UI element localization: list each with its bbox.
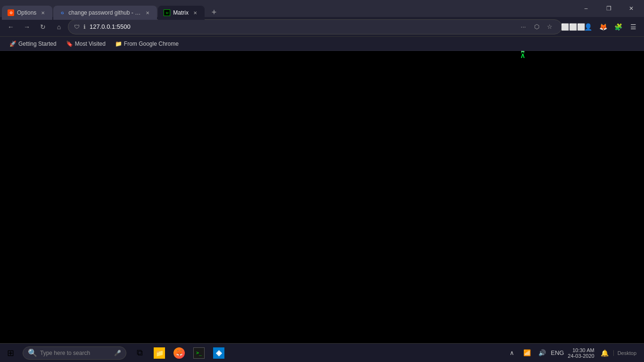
terminal-button[interactable]: >_ xyxy=(190,344,208,362)
title-bar: ⚙ Options ✕ G change password github - G… xyxy=(0,0,644,17)
desktop-label: Desktop xyxy=(618,350,636,356)
tab-matrix-close[interactable]: ✕ xyxy=(191,9,199,16)
tab-google-close[interactable]: ✕ xyxy=(144,9,151,16)
pocket-button[interactable]: ⬡ xyxy=(530,21,543,33)
matrix-canvas xyxy=(0,51,644,343)
back-button[interactable]: ← xyxy=(4,20,18,34)
info-icon: ℹ xyxy=(83,24,86,30)
bookmark-from-chrome[interactable]: 📁 From Google Chrome xyxy=(111,40,182,48)
tab-options[interactable]: ⚙ Options ✕ xyxy=(2,6,52,20)
tabs-container: ⚙ Options ✕ G change password github - G… xyxy=(2,0,571,17)
browser-toolbar: ⬜⬜⬜ 👤 🦊 🧩 ☰ xyxy=(566,20,640,34)
tab-google[interactable]: G change password github - Goo... ✕ xyxy=(53,6,157,20)
bookmark-most-visited-icon: 🔖 xyxy=(66,41,73,47)
firefox-brand-icon[interactable]: 🦊 xyxy=(596,20,610,34)
more-dots-button[interactable]: ··· xyxy=(517,21,529,33)
bookmark-getting-started-icon: 🚀 xyxy=(9,41,17,47)
show-desktop-button[interactable]: Desktop xyxy=(613,350,640,356)
bookmarks-bar: 🚀 Getting Started 🔖 Most Visited 📁 From … xyxy=(0,37,644,51)
file-manager-icon: 📁 xyxy=(154,347,165,359)
options-favicon: ⚙ xyxy=(8,9,14,16)
window-controls: – ❐ ✕ xyxy=(575,0,642,17)
reload-icon: ↻ xyxy=(40,23,46,31)
tab-google-title: change password github - Goo... xyxy=(68,9,141,16)
clock[interactable]: 10:30 AM 24-03-2020 xyxy=(566,347,596,359)
reload-button[interactable]: ↻ xyxy=(36,20,50,34)
start-button[interactable]: ⊞ xyxy=(0,344,21,362)
clock-date: 24-03-2020 xyxy=(568,353,594,359)
vscode-button[interactable]: ◈ xyxy=(209,344,228,362)
file-manager-button[interactable]: 📁 xyxy=(150,344,169,362)
google-favicon: G xyxy=(59,9,66,16)
extension-icon[interactable]: 🧩 xyxy=(611,20,625,34)
home-icon: ⌂ xyxy=(57,23,61,31)
new-tab-button[interactable]: + xyxy=(207,6,221,19)
system-tray: ∧ 📶 🔊 ENG 10:30 AM 24-03-2020 🔔 Desktop xyxy=(502,346,644,360)
vscode-icon: ◈ xyxy=(213,347,224,359)
bookmark-from-chrome-icon: 📁 xyxy=(115,41,122,47)
maximize-button[interactable]: ❐ xyxy=(598,0,619,17)
minimize-button[interactable]: – xyxy=(575,0,597,17)
network-icon[interactable]: 📶 xyxy=(520,346,534,360)
close-button[interactable]: ✕ xyxy=(620,0,642,17)
bookmark-most-visited[interactable]: 🔖 Most Visited xyxy=(62,40,109,48)
microphone-icon: 🎤 xyxy=(114,350,121,356)
bookmark-from-chrome-label: From Google Chrome xyxy=(124,41,179,47)
navigation-bar: ← → ↻ ⌂ 🛡 ℹ ··· ⬡ ☆ ⬜⬜⬜ 👤 🦊 🧩 ☰ xyxy=(0,17,644,37)
clock-time: 10:30 AM xyxy=(572,347,594,353)
extension-slots-icon[interactable]: ⬜⬜⬜ xyxy=(566,20,580,34)
bookmark-getting-started-label: Getting Started xyxy=(18,41,57,47)
firefox-app-icon: 🦊 xyxy=(173,347,185,359)
taskbar: ⊞ 🔍 Type here to search 🎤 ⧉ 📁 🦊 >_ ◈ ∧ 📶… xyxy=(0,343,644,362)
address-bar[interactable]: 🛡 ℹ ··· ⬡ ☆ xyxy=(68,19,562,34)
language-label: ENG xyxy=(551,349,564,356)
tab-matrix-title: Matrix xyxy=(173,9,189,16)
firefox-app-button[interactable]: 🦊 xyxy=(170,344,189,362)
content-area xyxy=(0,51,644,343)
bookmark-getting-started[interactable]: 🚀 Getting Started xyxy=(6,40,60,48)
search-placeholder: Type here to search xyxy=(40,350,90,356)
forward-button[interactable]: → xyxy=(20,20,34,34)
terminal-icon: >_ xyxy=(193,347,205,359)
home-button[interactable]: ⌂ xyxy=(52,20,66,34)
task-view-icon: ⧉ xyxy=(134,347,145,359)
security-shield-icon: 🛡 xyxy=(74,24,80,30)
language-indicator[interactable]: ENG xyxy=(551,346,564,360)
url-input[interactable] xyxy=(90,23,513,30)
matrix-favicon: M xyxy=(164,9,170,16)
menu-button[interactable]: ☰ xyxy=(626,20,640,34)
notification-icon: 🔔 xyxy=(601,349,609,357)
notification-button[interactable]: 🔔 xyxy=(598,346,611,360)
forward-icon: → xyxy=(24,23,30,31)
bookmark-most-visited-label: Most Visited xyxy=(75,41,106,47)
search-box[interactable]: 🔍 Type here to search 🎤 xyxy=(23,346,126,360)
profile-icon[interactable]: 👤 xyxy=(581,20,595,34)
star-button[interactable]: ☆ xyxy=(544,21,556,33)
volume-icon[interactable]: 🔊 xyxy=(536,346,549,360)
start-icon: ⊞ xyxy=(7,348,14,358)
address-actions: ··· ⬡ ☆ xyxy=(517,21,556,33)
tab-matrix[interactable]: M Matrix ✕ xyxy=(158,6,205,20)
taskbar-apps: ⧉ 📁 🦊 >_ ◈ xyxy=(128,344,502,362)
search-icon: 🔍 xyxy=(28,348,37,357)
task-view-button[interactable]: ⧉ xyxy=(130,344,149,362)
tab-options-title: Options xyxy=(17,9,36,16)
show-hidden-icons-button[interactable]: ∧ xyxy=(505,346,519,360)
back-icon: ← xyxy=(8,23,14,31)
tab-options-close[interactable]: ✕ xyxy=(39,9,47,16)
